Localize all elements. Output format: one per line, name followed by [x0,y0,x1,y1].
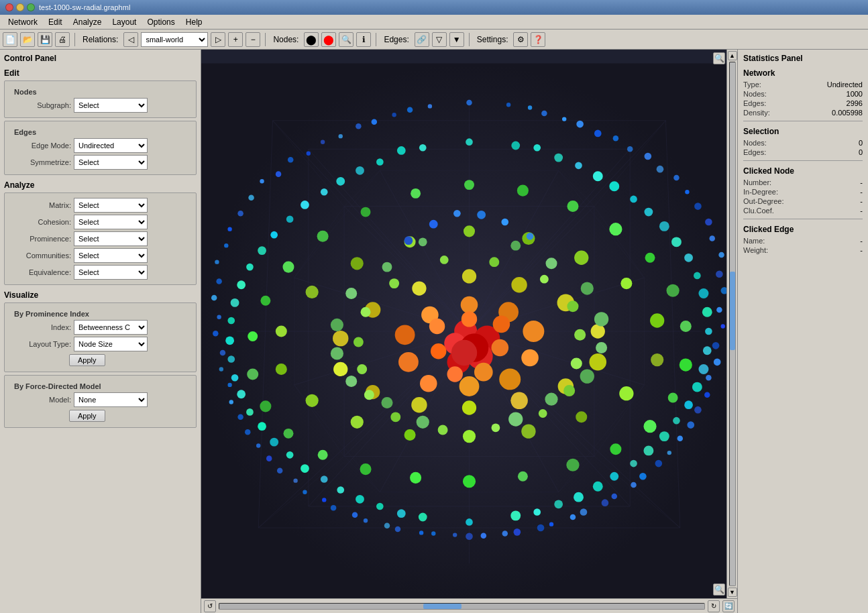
main-container: Control Panel Edit Nodes Subgraph: Selec… [0,50,868,613]
svg-point-316 [389,278,399,288]
svg-point-328 [438,425,448,435]
zoom-out-btn[interactable]: 🔍 [713,583,725,596]
communities-label: Communities: [14,252,71,260]
relations-select[interactable]: small-world [141,32,208,47]
svg-point-97 [716,270,723,278]
toolbar-settings-help[interactable]: ❓ [531,32,545,47]
v-scroll-track[interactable] [729,62,736,586]
svg-point-254 [306,286,319,298]
toolbar-sep-3 [376,33,376,46]
equivalence-label: Equivalence: [14,268,71,276]
node-clucoef-row: Clu.Coef. - [743,207,863,215]
svg-point-283 [523,321,544,342]
toolbar-sep-1 [74,33,75,46]
graph-canvas[interactable] [201,50,737,613]
menu-network[interactable]: Network [3,16,43,28]
svg-point-317 [567,300,578,312]
equivalence-select[interactable]: Select [74,265,148,280]
toolbar-nodes-remove[interactable]: ⬤ [321,32,336,47]
toolbar-rel-left[interactable]: ◁ [123,32,138,47]
svg-point-327 [492,423,500,432]
svg-point-312 [417,416,429,429]
svg-point-166 [376,158,384,166]
toolbar-save-btn[interactable]: 💾 [38,32,52,47]
maximize-button[interactable] [27,3,35,11]
divider-1 [743,121,863,121]
toolbar-edges-add[interactable]: 🔗 [415,32,429,47]
h-scrollbar[interactable]: ↺ ↻ 🔄 [201,598,737,613]
toolbar-remove-relation[interactable]: − [246,32,260,47]
svg-point-297 [419,237,427,246]
v-scrollbar[interactable]: ▲ ▼ [726,50,737,598]
matrix-select[interactable]: Select [74,198,148,213]
toolbar-add-relation[interactable]: + [228,32,243,47]
edge-mode-row: Edge Mode: Undirected [14,138,192,153]
svg-point-136 [718,252,724,258]
communities-select[interactable]: Select [74,248,148,263]
toolbar-open-btn[interactable]: 📂 [20,32,35,47]
window-controls[interactable] [5,3,35,11]
svg-point-184 [270,438,278,447]
svg-point-280 [461,296,478,314]
svg-point-216 [610,472,618,481]
minimize-button[interactable] [16,3,24,11]
layout-type-select[interactable]: Node Size [74,337,148,351]
svg-point-205 [237,280,246,289]
svg-point-263 [521,424,535,438]
menu-analyze[interactable]: Analyze [68,16,107,28]
symmetrize-select[interactable]: Select [74,155,148,170]
svg-point-319 [574,329,586,341]
title-bar: test-1000-sw-radial.graphml [0,0,868,15]
toolbar-nodes-info[interactable]: ℹ [356,32,371,47]
sel-edges-label: Edges: [743,148,766,156]
toolbar-print-btn[interactable]: 🖨 [55,32,70,47]
svg-point-149 [266,455,272,461]
scroll-refresh-btn[interactable]: 🔄 [722,600,735,612]
svg-point-260 [306,394,319,407]
svg-point-202 [671,237,682,247]
scroll-left-btn[interactable]: ↺ [204,600,216,612]
density-label: Density: [743,109,770,117]
matrix-label: Matrix: [14,201,71,209]
toolbar-nodes-search[interactable]: 🔍 [339,32,354,47]
svg-point-137 [215,260,219,264]
subgraph-select[interactable]: Select [74,98,148,113]
network-edges-label: Edges: [743,99,766,107]
cohesion-select[interactable]: Select [74,215,148,229]
close-button[interactable] [5,3,13,11]
toolbar-nodes-add[interactable]: ⬤ [304,32,319,47]
prominence-select[interactable]: Select [74,231,148,246]
svg-point-259 [619,386,633,400]
menu-help[interactable]: Help [180,16,208,28]
zoom-in-btn[interactable]: 🔍 [713,52,725,64]
svg-point-110 [277,467,283,473]
menu-edit[interactable]: Edit [43,16,68,28]
svg-point-159 [419,531,423,535]
menu-layout[interactable]: Layout [107,16,142,28]
svg-point-323 [563,385,575,396]
svg-point-122 [528,105,532,109]
toolbar-edges-filter[interactable]: ▽ [432,32,447,47]
edge-mode-select[interactable]: Undirected [74,138,148,153]
toolbar-edges-info[interactable]: ▼ [449,32,464,47]
svg-point-320 [354,337,364,347]
toolbar-rel-right[interactable]: ▷ [211,32,225,47]
h-scroll-track[interactable] [219,603,705,610]
toolbar-settings-gear[interactable]: ⚙ [513,32,528,47]
scroll-down-btn[interactable]: ▼ [728,588,737,597]
divider-3 [743,219,863,219]
svg-point-241 [610,443,621,455]
h-scroll-thumb[interactable] [423,604,462,609]
svg-point-248 [464,225,475,237]
sel-nodes-label: Nodes: [743,139,767,147]
menu-options[interactable]: Options [142,16,180,28]
prominence-apply-button[interactable]: Apply [69,354,105,366]
force-apply-button[interactable]: Apply [69,410,105,422]
v-scroll-thumb[interactable] [730,272,735,350]
index-select[interactable]: Betweenness C [74,320,148,335]
model-select[interactable]: None [74,392,148,407]
svg-point-124 [562,117,566,121]
scroll-up-btn[interactable]: ▲ [728,51,737,60]
scroll-right-btn[interactable]: ↻ [708,600,720,612]
toolbar-new-btn[interactable]: 📄 [3,32,17,47]
